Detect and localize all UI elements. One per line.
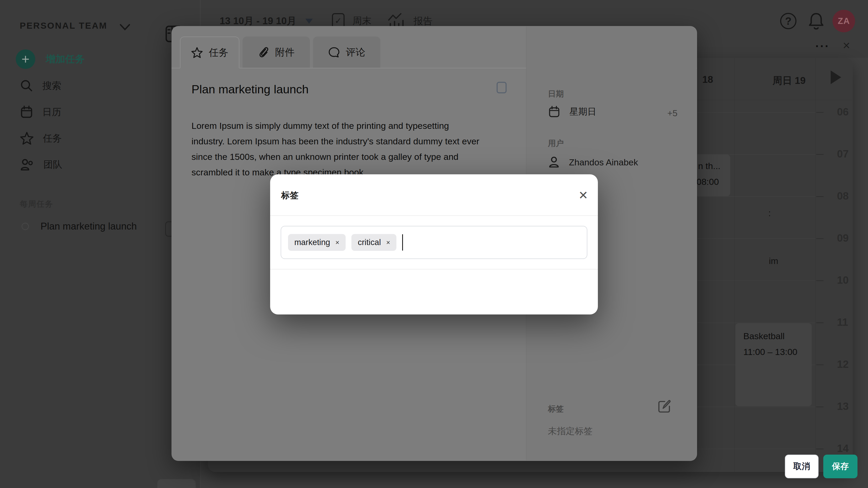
chevron-down-icon <box>305 19 313 24</box>
hidden-label-fragment: : <box>768 208 771 218</box>
notifications-bell-icon[interactable] <box>807 11 826 31</box>
task-description-line: industry. Lorem Ipsum has been the indus… <box>191 134 479 149</box>
event-title: Basketball <box>743 331 785 341</box>
tab-label: 附件 <box>275 46 294 59</box>
remove-tag-icon[interactable]: × <box>335 238 339 247</box>
sidebar-bottom-card <box>157 479 196 488</box>
column-divider <box>815 58 815 472</box>
dialog-close-icon[interactable]: ✕ <box>579 190 588 201</box>
sidebar-item-label: 团队 <box>43 158 62 171</box>
star-icon <box>191 46 203 59</box>
task-title[interactable]: Plan marketing launch <box>191 83 309 96</box>
search-icon <box>20 79 33 93</box>
more-options-button[interactable]: ... <box>815 37 830 50</box>
calendar-icon <box>20 105 33 119</box>
chevron-down-icon <box>119 23 131 31</box>
hour-label: 13 <box>837 400 861 412</box>
date-section-label: 日期 <box>548 89 564 99</box>
dialog-title: 标签 <box>281 190 299 201</box>
user-row[interactable]: Zhandos Ainabek <box>548 156 638 168</box>
event-time: 11:00 – 13:00 <box>743 347 797 357</box>
edit-tags-icon[interactable] <box>658 399 672 413</box>
paperclip-icon <box>258 46 269 59</box>
calendar-event-basketball[interactable]: Basketball 11:00 – 13:00 <box>736 323 812 406</box>
team-icon <box>20 158 34 171</box>
users-section-label: 用户 <box>548 138 564 149</box>
sidebar-item-calendar[interactable]: 日历 <box>20 104 61 120</box>
plus-icon: + <box>16 50 35 69</box>
modal-close-icon[interactable]: × <box>843 39 850 52</box>
hour-label: 08 <box>837 190 861 202</box>
tag-chip-label: marketing <box>294 238 330 247</box>
sidebar-item-label: 日历 <box>42 106 61 119</box>
tab-comments[interactable]: 评论 <box>313 37 380 68</box>
hour-label: 12 <box>837 358 861 370</box>
question-mark-icon: ? <box>785 15 792 27</box>
comment-icon <box>328 46 340 58</box>
hour-label: 07 <box>837 148 861 160</box>
task-description-line: since the 1500s, when an unknown printer… <box>191 149 459 165</box>
tags-section-label: 标签 <box>548 403 564 414</box>
hour-label: 06 <box>837 106 861 118</box>
sidebar-item-label: 任务 <box>43 132 62 145</box>
cancel-button[interactable]: 取消 <box>785 455 818 478</box>
weekly-task-label: Plan marketing launch <box>40 221 137 232</box>
sidebar <box>0 0 200 488</box>
sidebar-item-tasks[interactable]: 任务 <box>20 130 62 146</box>
tab-attachments[interactable]: 附件 <box>243 37 310 68</box>
date-range-selector[interactable]: 13 10月 - 19 10月 <box>220 14 313 28</box>
weekly-tasks-section-label: 每周任务 <box>20 199 53 209</box>
task-complete-checkbox[interactable] <box>497 82 506 93</box>
tags-input[interactable]: marketing × critical × <box>281 226 587 259</box>
tag-editor-dialog: 标签 ✕ marketing × critical × 取消 保存 <box>270 174 598 315</box>
report-label: 报告 <box>413 15 432 28</box>
hour-label: 09 <box>837 232 861 244</box>
task-description-line: Lorem Ipsum is simply dummy text of the … <box>191 118 449 134</box>
user-name: Zhandos Ainabek <box>569 157 638 167</box>
team-switcher[interactable]: PERSONAL TEAM <box>20 21 107 31</box>
text-caret <box>402 234 403 251</box>
remove-tag-icon[interactable]: × <box>386 238 390 247</box>
tab-label: 评论 <box>346 46 365 59</box>
hour-label: 11 <box>837 316 861 328</box>
tag-chip: marketing × <box>288 234 346 251</box>
sidebar-weekly-task-item[interactable]: Plan marketing launch <box>22 221 137 232</box>
add-task-button[interactable]: + 增加任务 <box>16 50 85 69</box>
tab-label: 任务 <box>209 46 228 59</box>
hour-label: 10 <box>837 274 861 286</box>
date-range-label: 13 10月 - 19 10月 <box>220 14 297 28</box>
day-column-header-prev[interactable]: 18 <box>702 74 713 85</box>
save-button[interactable]: 保存 <box>823 455 858 478</box>
sidebar-item-team[interactable]: 团队 <box>20 157 62 172</box>
hour-label: 14 <box>837 443 861 454</box>
user-name-fragment: im <box>769 256 778 266</box>
column-divider <box>734 58 735 472</box>
weekend-label: 周末 <box>352 14 371 27</box>
tag-chip-label: critical <box>358 238 381 247</box>
sidebar-item-label: 搜索 <box>42 79 61 92</box>
app-root: PERSONAL TEAM + 增加任务 搜索 日历 任务 团队 每周任务 Pl… <box>0 0 868 488</box>
next-week-arrow[interactable] <box>831 70 841 84</box>
avatar[interactable]: ZA <box>833 10 855 32</box>
event-title-fragment: n th... <box>698 161 720 171</box>
calendar-icon <box>548 105 560 118</box>
star-icon <box>20 131 34 145</box>
date-value: 星期日 <box>569 106 596 118</box>
add-task-label: 增加任务 <box>46 53 85 66</box>
user-icon <box>548 156 560 168</box>
day-column-header-current[interactable]: 周日 19 <box>750 74 829 87</box>
tab-task[interactable]: 任务 <box>180 37 239 68</box>
sidebar-item-search[interactable]: 搜索 <box>20 78 61 94</box>
help-button[interactable]: ? <box>780 13 797 29</box>
date-more-count[interactable]: +5 <box>667 108 678 118</box>
avatar-initials: ZA <box>838 16 850 26</box>
tag-chip: critical × <box>351 234 396 251</box>
task-status-icon <box>22 223 29 230</box>
event-time-fragment: 08:00 <box>696 177 719 187</box>
tags-empty-text: 未指定标签 <box>548 425 593 437</box>
date-row[interactable]: 星期日 <box>548 105 596 118</box>
